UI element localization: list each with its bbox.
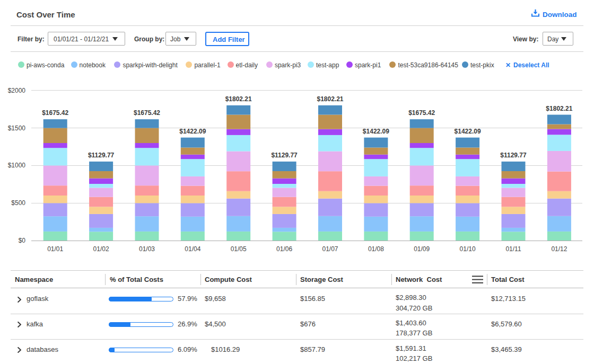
svg-text:01/03: 01/03: [139, 245, 155, 253]
svg-text:$1129.77: $1129.77: [500, 152, 527, 159]
svg-text:01/12: 01/12: [551, 245, 567, 253]
svg-text:$1802.21: $1802.21: [225, 95, 252, 103]
svg-text:$1000: $1000: [8, 162, 26, 169]
svg-text:01/01: 01/01: [47, 245, 63, 253]
svg-text:$1422.09: $1422.09: [363, 128, 389, 135]
svg-text:01/09: 01/09: [414, 245, 430, 253]
svg-text:01/05: 01/05: [231, 245, 247, 253]
svg-text:$1802.21: $1802.21: [317, 95, 343, 103]
svg-text:$0: $0: [19, 237, 26, 244]
svg-text:$2000: $2000: [8, 87, 26, 94]
svg-text:01/11: 01/11: [505, 245, 521, 253]
svg-text:$1129.77: $1129.77: [88, 152, 115, 159]
svg-text:$1675.42: $1675.42: [134, 109, 160, 117]
svg-text:01/10: 01/10: [460, 245, 476, 253]
svg-text:$500: $500: [11, 199, 25, 207]
svg-text:$1422.09: $1422.09: [455, 128, 481, 135]
svg-text:$1802.21: $1802.21: [546, 105, 572, 112]
svg-text:$1129.77: $1129.77: [271, 152, 298, 159]
svg-text:$1422.09: $1422.09: [179, 128, 206, 135]
svg-text:01/02: 01/02: [93, 245, 109, 253]
svg-text:01/07: 01/07: [322, 245, 338, 253]
svg-text:01/06: 01/06: [276, 245, 292, 253]
svg-text:01/08: 01/08: [368, 245, 384, 253]
svg-text:$1675.42: $1675.42: [408, 109, 435, 117]
svg-text:$1675.42: $1675.42: [42, 109, 68, 117]
svg-text:01/04: 01/04: [185, 245, 200, 253]
svg-text:$1500: $1500: [8, 125, 26, 132]
